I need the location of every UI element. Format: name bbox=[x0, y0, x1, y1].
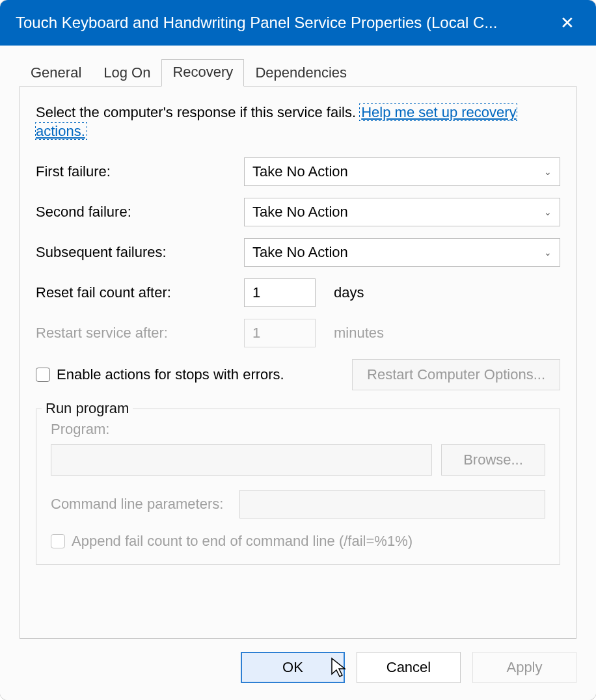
run-program-legend: Run program bbox=[42, 400, 133, 417]
first-failure-value: Take No Action bbox=[252, 163, 348, 180]
second-failure-value: Take No Action bbox=[252, 204, 348, 221]
program-input bbox=[51, 444, 432, 476]
second-failure-label: Second failure: bbox=[36, 204, 244, 221]
reset-fail-count-value: 1 bbox=[252, 284, 260, 301]
reset-fail-count-label: Reset fail count after: bbox=[36, 284, 244, 301]
dialog-buttons: OK Cancel Apply bbox=[0, 639, 596, 700]
intro-text: Select the computer's response if this s… bbox=[36, 103, 560, 141]
run-program-group: Run program Program: Browse... Command l… bbox=[36, 409, 560, 565]
tab-recovery[interactable]: Recovery bbox=[161, 59, 244, 87]
chevron-down-icon: ⌄ bbox=[544, 167, 552, 177]
append-fail-count-checkbox bbox=[51, 534, 65, 548]
first-failure-label: First failure: bbox=[36, 163, 244, 180]
cmd-params-label: Command line parameters: bbox=[51, 496, 239, 513]
tab-logon[interactable]: Log On bbox=[92, 60, 161, 87]
chevron-down-icon: ⌄ bbox=[544, 247, 552, 258]
restart-computer-options-button: Restart Computer Options... bbox=[352, 359, 560, 390]
window-title: Touch Keyboard and Handwriting Panel Ser… bbox=[16, 14, 554, 32]
tab-dependencies[interactable]: Dependencies bbox=[244, 60, 358, 87]
subsequent-failures-value: Take No Action bbox=[252, 244, 348, 261]
apply-button: Apply bbox=[472, 652, 576, 683]
reset-fail-count-input[interactable]: 1 bbox=[244, 278, 316, 307]
tab-strip: General Log On Recovery Dependencies bbox=[20, 59, 576, 86]
enable-actions-checkbox[interactable] bbox=[36, 368, 50, 382]
restart-service-input: 1 bbox=[244, 319, 316, 347]
subsequent-failures-label: Subsequent failures: bbox=[36, 244, 244, 261]
subsequent-failures-select[interactable]: Take No Action ⌄ bbox=[244, 238, 560, 267]
client-area: General Log On Recovery Dependencies Sel… bbox=[0, 46, 596, 639]
first-failure-select[interactable]: Take No Action ⌄ bbox=[244, 157, 560, 186]
program-label: Program: bbox=[51, 421, 545, 438]
append-fail-count-label: Append fail count to end of command line… bbox=[72, 533, 413, 550]
chevron-down-icon: ⌄ bbox=[544, 207, 552, 217]
recovery-panel: Select the computer's response if this s… bbox=[20, 86, 576, 639]
cmd-params-input bbox=[239, 490, 545, 518]
properties-dialog: Touch Keyboard and Handwriting Panel Ser… bbox=[0, 0, 596, 700]
browse-button: Browse... bbox=[441, 444, 545, 476]
intro-static: Select the computer's response if this s… bbox=[36, 104, 356, 120]
close-icon: ✕ bbox=[560, 13, 575, 33]
titlebar: Touch Keyboard and Handwriting Panel Ser… bbox=[0, 0, 596, 46]
reset-fail-count-unit: days bbox=[334, 284, 364, 301]
close-button[interactable]: ✕ bbox=[554, 10, 580, 36]
tab-general[interactable]: General bbox=[20, 60, 92, 87]
second-failure-select[interactable]: Take No Action ⌄ bbox=[244, 198, 560, 226]
restart-service-label: Restart service after: bbox=[36, 325, 244, 342]
cancel-button[interactable]: Cancel bbox=[357, 652, 461, 683]
enable-actions-label: Enable actions for stops with errors. bbox=[57, 366, 284, 383]
restart-service-unit: minutes bbox=[334, 325, 384, 342]
restart-service-value: 1 bbox=[252, 325, 260, 342]
ok-button[interactable]: OK bbox=[241, 652, 345, 683]
